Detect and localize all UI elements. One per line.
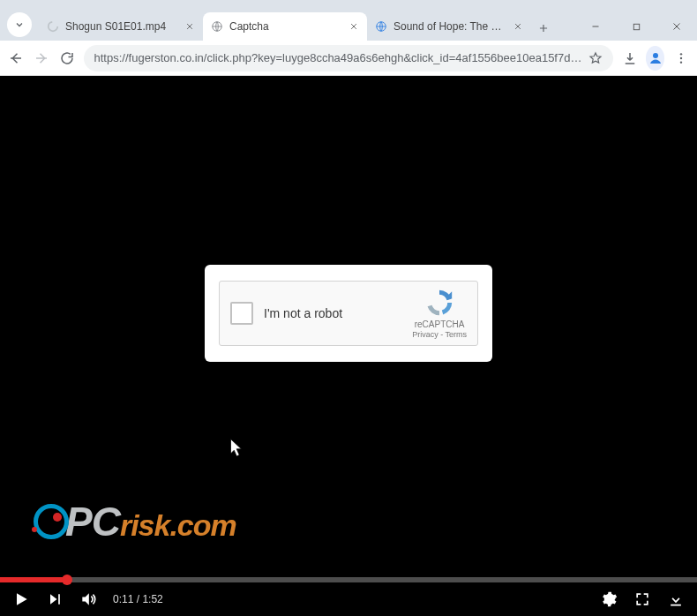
- url-text: https://fugerston.co.in/click.php?key=lu…: [94, 51, 582, 64]
- settings-button[interactable]: [600, 590, 618, 608]
- close-window-button[interactable]: [656, 12, 697, 41]
- menu-button[interactable]: [671, 46, 690, 71]
- volume-button[interactable]: [79, 590, 97, 608]
- captcha-card: I'm not a robot reCAPTCHA Privacy - Term…: [205, 265, 492, 362]
- play-button[interactable]: [12, 590, 30, 608]
- fullscreen-button[interactable]: [633, 590, 651, 608]
- reload-icon: [59, 50, 75, 66]
- forward-button[interactable]: [33, 46, 51, 71]
- watermark-logo: P C r isk.com: [34, 498, 236, 545]
- new-tab-button[interactable]: [531, 16, 556, 41]
- tab-strip: Shogun S01E01.mp4 Captcha Sound of Hope:…: [0, 9, 697, 41]
- tab-1[interactable]: Captcha: [203, 12, 367, 41]
- chevron-down-icon: [14, 19, 25, 30]
- recaptcha-branding: reCAPTCHA Privacy - Terms: [412, 288, 467, 340]
- globe-icon: [374, 19, 388, 34]
- play-icon: [12, 590, 30, 608]
- maximize-button[interactable]: [616, 12, 656, 41]
- close-icon[interactable]: [184, 20, 196, 33]
- plus-icon: [537, 22, 550, 34]
- recaptcha-privacy-link[interactable]: Privacy: [412, 330, 438, 339]
- kebab-icon: [674, 51, 688, 65]
- arrow-left-icon: [8, 50, 24, 66]
- download-icon: [667, 590, 685, 608]
- svg-rect-3: [633, 24, 639, 29]
- recaptcha-checkbox[interactable]: [230, 302, 253, 325]
- time-duration: 1:52: [142, 593, 162, 605]
- downloads-button[interactable]: [620, 46, 639, 71]
- url-rest: fugerston.co.in/click.php?key=luyge8ccha…: [129, 51, 582, 64]
- window-controls: [575, 12, 697, 41]
- tab-2[interactable]: Sound of Hope: The Story o: [367, 12, 531, 41]
- gear-icon: [600, 590, 618, 608]
- browser-chrome: Shogun S01E01.mp4 Captcha Sound of Hope:…: [0, 0, 697, 76]
- volume-icon: [79, 590, 97, 609]
- recaptcha-terms-link[interactable]: Terms: [446, 330, 468, 339]
- tab-title: Captcha: [229, 20, 342, 33]
- video-controls: 0:11 / 1:52: [0, 582, 697, 616]
- recaptcha-label: I'm not a robot: [264, 306, 342, 320]
- minimize-button[interactable]: [575, 12, 616, 41]
- close-icon[interactable]: [512, 20, 524, 33]
- title-bar: [0, 0, 697, 9]
- recaptcha-brand: reCAPTCHA: [415, 319, 465, 330]
- svg-point-4: [653, 53, 658, 58]
- video-area: I'm not a robot reCAPTCHA Privacy - Term…: [0, 76, 697, 616]
- address-bar[interactable]: https://fugerston.co.in/click.php?key=lu…: [84, 45, 614, 71]
- toolbar: https://fugerston.co.in/click.php?key=lu…: [0, 41, 697, 76]
- next-button[interactable]: [46, 590, 64, 608]
- skip-next-icon: [46, 590, 64, 608]
- spinner-icon: [46, 19, 60, 34]
- tab-title: Sound of Hope: The Story o: [393, 20, 506, 33]
- fullscreen-icon: [633, 590, 651, 608]
- close-icon[interactable]: [348, 20, 360, 33]
- profile-button[interactable]: [646, 46, 664, 71]
- time-display: 0:11 / 1:52: [113, 593, 163, 605]
- reload-button[interactable]: [58, 46, 77, 71]
- tab-search-button[interactable]: [7, 12, 32, 37]
- svg-point-7: [679, 61, 681, 63]
- bookmark-button[interactable]: [588, 51, 603, 65]
- watermark-text: P C r isk.com: [65, 498, 236, 545]
- back-button[interactable]: [7, 46, 26, 71]
- svg-point-5: [679, 53, 681, 55]
- recaptcha-icon: [424, 288, 454, 318]
- download-icon: [622, 50, 638, 66]
- cursor-icon: [229, 438, 245, 459]
- close-icon: [671, 21, 682, 32]
- svg-point-6: [679, 56, 681, 58]
- star-icon: [588, 51, 603, 65]
- watermark-badge-icon: [34, 504, 69, 539]
- arrow-right-icon: [34, 50, 49, 66]
- download-video-button[interactable]: [667, 590, 685, 608]
- svg-point-0: [49, 22, 58, 32]
- tab-title: Shogun S01E01.mp4: [65, 20, 178, 33]
- tab-0[interactable]: Shogun S01E01.mp4: [39, 12, 203, 41]
- time-current: 0:11: [113, 593, 133, 605]
- maximize-icon: [632, 22, 641, 32]
- minimize-icon: [590, 21, 601, 32]
- globe-icon: [210, 19, 224, 34]
- recaptcha-widget: I'm not a robot reCAPTCHA Privacy - Term…: [219, 281, 478, 346]
- avatar-icon: [648, 50, 663, 66]
- url-protocol: https://: [94, 51, 129, 64]
